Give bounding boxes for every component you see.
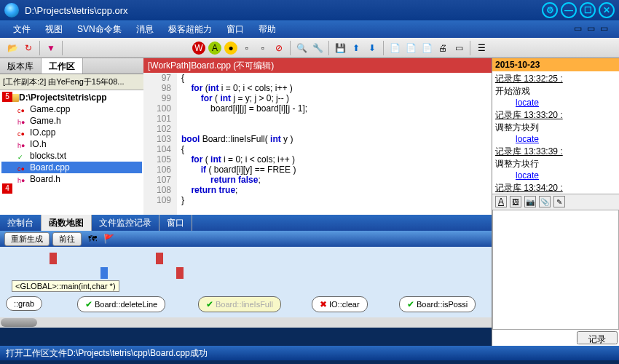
menu-view[interactable]: 视图 [38, 23, 70, 36]
tab-filelog[interactable]: 文件监控记录 [92, 215, 159, 231]
log-date: 2015-10-23 [492, 58, 619, 71]
function-box[interactable]: ✔Board::lineIsFull [198, 296, 281, 312]
attach-icon[interactable]: 📎 [539, 196, 551, 207]
graph-node-icon [176, 267, 184, 279]
regen-button[interactable]: 重新生成 [4, 232, 50, 246]
pencil-icon[interactable]: ✎ [553, 196, 565, 207]
tab-console[interactable]: 控制台 [0, 215, 42, 231]
search-icon[interactable]: 🔍 [295, 41, 308, 55]
file-name: blocks.txt [30, 151, 66, 161]
log-body[interactable]: 记录库 13:32:25 :开始游戏locate记录库 13:33:20 :调整… [492, 71, 619, 194]
tree-item[interactable]: h●IO.h [1, 138, 142, 150]
refresh-icon[interactable]: ↻ [22, 41, 35, 55]
tree-root-label: D:\Projects\tetris\cpp [19, 92, 107, 103]
goto-button[interactable]: 前往 [52, 232, 82, 246]
doc-icon-2[interactable]: 📄 [404, 41, 417, 55]
note-input[interactable] [492, 210, 619, 331]
file-name: IO.h [30, 139, 47, 149]
tab-funcmap[interactable]: 函数地图 [42, 215, 92, 231]
function-box[interactable]: ✔Board::isPossi [399, 296, 476, 312]
open-icon[interactable]: 📂 [6, 41, 19, 55]
down-icon[interactable]: ⬇ [366, 41, 379, 55]
close-button[interactable]: ✕ [599, 2, 615, 18]
graph-node-icon [100, 267, 108, 279]
filter-icon[interactable]: ▼ [44, 41, 58, 55]
menubar: 文件 视图 SVN命令集 消息 极客超能力 窗口 帮助 ▭ ▭ ▭ [0, 20, 619, 38]
right-panel: 2015-10-23 记录库 13:32:25 :开始游戏locate记录库 1… [492, 58, 619, 346]
lower-toolbar: 重新生成 前往 🗺 🚩 [0, 231, 492, 247]
menu-window[interactable]: 窗口 [219, 23, 251, 36]
file-icon: h● [17, 116, 28, 125]
function-box[interactable]: ::grab [6, 296, 42, 311]
doc-icon-3[interactable]: 📄 [420, 41, 433, 55]
tab-window[interactable]: 窗口 [159, 215, 192, 231]
editor-body[interactable]: 979899100101102103104105106107108109 { f… [143, 73, 492, 215]
lower-panel: 控制台 函数地图 文件监控记录 窗口 重新生成 前往 🗺 🚩 <GLOBAL>:… [0, 215, 492, 328]
function-box[interactable]: ✔Board::deleteLine [77, 296, 165, 312]
toolbar: 📂 ↻ ▼ W A ● ▫ ▫ ⊘ 🔍 🔧 💾 ⬆ ⬇ 📄 📄 📄 🖨 ▭ ☰ [0, 38, 619, 58]
tab-workspace[interactable]: 工作区 [42, 58, 83, 74]
flag-icon[interactable]: 🚩 [102, 232, 115, 245]
file-name: Game.cpp [30, 104, 70, 114]
up-icon[interactable]: ⬆ [350, 41, 363, 55]
save-icon[interactable]: 💾 [334, 41, 347, 55]
menu-help[interactable]: 帮助 [251, 23, 283, 36]
tasks-icon[interactable]: ☰ [475, 41, 488, 55]
function-box[interactable]: ✖IO::clear [312, 296, 368, 312]
function-graph[interactable]: <GLOBAL>::main(int,char *) ::grab✔Board:… [0, 247, 492, 317]
tree-item[interactable]: c●Game.cpp [1, 103, 142, 115]
maximize-button[interactable]: ☐ [580, 2, 596, 18]
image-icon[interactable]: 🖼 [510, 196, 521, 207]
file-icon: ✓ [17, 151, 28, 160]
right-toolbar: A 🖼 📷 📎 ✎ [492, 194, 619, 210]
font-icon[interactable]: A [495, 196, 507, 207]
panel-icon-1[interactable]: ▭ [574, 23, 587, 35]
panel-icon-3[interactable]: ▭ [600, 23, 613, 35]
h-scrollbar[interactable] [0, 317, 492, 328]
tab-repo[interactable]: 版本库 [0, 58, 42, 74]
tree-item[interactable]: h●Board.h [1, 173, 142, 185]
panel-icon-2[interactable]: ▭ [587, 23, 600, 35]
tree-item[interactable]: c●Board.cpp [1, 162, 142, 173]
log-entry: 记录库 13:33:20 :调整方块列locate [495, 109, 616, 144]
menu-svn[interactable]: SVN命令集 [70, 23, 129, 36]
red-dot-icon[interactable]: W [192, 41, 205, 55]
doc-icon-1[interactable]: 📄 [388, 41, 401, 55]
menu-message[interactable]: 消息 [129, 23, 161, 36]
tree-root[interactable]: ▾ D:\Projects\tetris\cpp [1, 92, 142, 103]
file-name: Game.h [30, 116, 61, 126]
file-icon: h● [17, 140, 28, 149]
yellow-dot-icon[interactable]: ● [224, 41, 237, 55]
tree-item[interactable]: h●Game.h [1, 115, 142, 127]
menu-file[interactable]: 文件 [6, 23, 38, 36]
minimize-button[interactable]: — [561, 2, 577, 18]
print-icon[interactable]: 🖨 [436, 41, 449, 55]
lower-tabs: 控制台 函数地图 文件监控记录 窗口 [0, 215, 492, 231]
locate-link[interactable]: locate [516, 170, 539, 181]
locate-link[interactable]: locate [516, 134, 539, 144]
badge-5: 5 [2, 92, 12, 102]
record-button[interactable]: 记录 [577, 331, 618, 344]
file-tree[interactable]: ▾ D:\Projects\tetris\cpp c●Game.cpph●Gam… [0, 90, 143, 215]
file-icon: c● [17, 128, 28, 137]
tree-item[interactable]: ✓blocks.txt [1, 150, 142, 162]
log-entry: 记录库 13:34:20 :如果此行已满locate [495, 182, 616, 194]
file-name: IO.cpp [30, 127, 55, 138]
line-gutter: 979899100101102103104105106107108109 [143, 73, 177, 215]
tree-item[interactable]: c●IO.cpp [1, 127, 142, 138]
camera-icon[interactable]: 📷 [524, 196, 536, 207]
graph-node-icon [50, 253, 57, 264]
menu-geek[interactable]: 极客超能力 [161, 23, 219, 36]
box-icon-2[interactable]: ▫ [256, 41, 269, 55]
win-icon[interactable]: ▭ [452, 41, 465, 55]
stop-icon[interactable]: ⊘ [272, 41, 285, 55]
settings-icon[interactable]: ⚙ [542, 2, 558, 18]
file-name: Board.h [30, 174, 60, 184]
file-icon: c● [17, 163, 28, 172]
green-dot-icon[interactable]: A [208, 41, 221, 55]
box-icon-1[interactable]: ▫ [240, 41, 253, 55]
tool-icon[interactable]: 🔧 [311, 41, 324, 55]
editor-header: [WorkPath]Board.cpp (不可编辑) [143, 58, 492, 73]
map-icon[interactable]: 🗺 [86, 232, 99, 245]
locate-link[interactable]: locate [516, 98, 539, 108]
